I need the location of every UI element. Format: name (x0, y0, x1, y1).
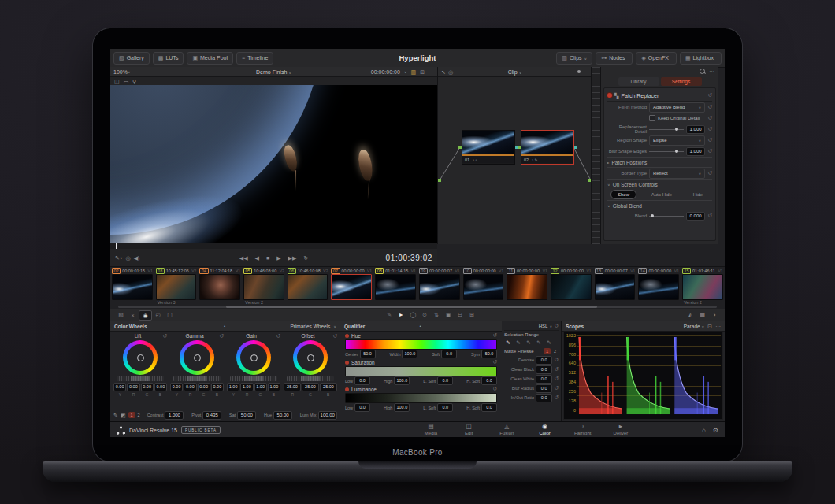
palette-tool-icon[interactable]: ▣ (443, 312, 455, 318)
reset-icon[interactable]: ↺ (707, 170, 712, 176)
reset-icon[interactable]: ↺ (554, 385, 559, 391)
osc-option-button[interactable]: Show (610, 190, 636, 199)
wheel-value-box[interactable]: 0.00 (198, 383, 210, 391)
step-back-button[interactable]: ◀ (255, 255, 259, 261)
wheel-value-box[interactable]: 0.00 (113, 383, 126, 391)
timeline-clip[interactable]: 03 10:45:12:06 V2 Version 3 (154, 267, 199, 309)
timeline-clip[interactable]: 12 00:00:00:00 V1 (549, 267, 593, 309)
palette-tool-icon[interactable]: ▢ (164, 312, 176, 318)
keep-detail-checkbox[interactable] (649, 115, 655, 121)
field-value[interactable]: 100.0 (402, 350, 418, 358)
palette-tool-icon[interactable]: ◯ (407, 312, 419, 318)
wheel-crosshair[interactable] (307, 354, 314, 361)
reset-icon[interactable]: ↺ (554, 323, 559, 329)
eyedropper-icon[interactable]: ✎ (545, 339, 553, 346)
wheel-crosshair[interactable] (137, 354, 144, 361)
field-value[interactable]: 0.0 (354, 376, 370, 385)
page-tab[interactable]: ◬ Fusion (489, 424, 524, 436)
panel-toggle-button[interactable]: ◈ OpenFX (636, 52, 676, 65)
reset-icon[interactable]: ↺ (707, 213, 712, 219)
reset-icon[interactable]: ↺ (492, 332, 497, 339)
eyedropper-icon[interactable]: ✎ (535, 339, 543, 346)
finesse-value[interactable]: 0.0 (536, 394, 552, 402)
clip-thumbnail[interactable] (112, 274, 153, 300)
project-home-icon[interactable]: ⌂ (702, 427, 706, 434)
finesse-value[interactable]: 0.0 (536, 375, 552, 384)
workspace-button[interactable]: ▣ Media Pool (187, 52, 233, 65)
master-wheel-slider[interactable] (117, 376, 164, 381)
field-value[interactable]: 0.0 (441, 350, 457, 358)
palette-tool-icon[interactable]: ▧ (115, 312, 127, 318)
osc-option-button[interactable]: Hide (687, 191, 709, 198)
wheel-crosshair[interactable] (194, 354, 201, 361)
scope-expand-icon[interactable]: ⊡ (707, 324, 712, 329)
inspector-options-icon[interactable]: ⋯ (709, 69, 714, 74)
blur-edges-value[interactable]: 1.000 (686, 147, 705, 156)
workspace-button[interactable]: ▩ LUTs (153, 52, 184, 65)
blend-slider[interactable] (649, 216, 684, 217)
clip-thumbnail[interactable] (156, 274, 197, 300)
reset-icon[interactable]: ↺ (707, 115, 712, 121)
auto-grade-icon[interactable]: ✎ (113, 413, 118, 418)
eyedropper-icon[interactable]: ✎ (504, 339, 512, 346)
palette-tool-icon[interactable]: ◴ (152, 312, 164, 318)
reset-icon[interactable]: ↺ (554, 366, 559, 372)
onscreen-control-icon[interactable]: ◫ (114, 79, 120, 84)
reset-icon[interactable]: ↺ (492, 359, 497, 365)
loop-button[interactable]: ↻ (303, 255, 308, 261)
wheel-value-box[interactable]: 25.00 (320, 383, 337, 391)
scope-options-icon[interactable]: ⋯ (715, 324, 721, 329)
timeline-clip[interactable]: 08 01:01:14:15 V1 (373, 267, 418, 309)
corrector-node[interactable]: 01 ◔ ▫ (462, 130, 515, 165)
scope-mode-dropdown[interactable]: Parade ∨ (684, 324, 704, 329)
border-type-dropdown[interactable]: Reflect∨ (649, 169, 705, 179)
clip-thumbnail[interactable] (595, 274, 636, 300)
palette-tool-icon[interactable]: ✎ (384, 312, 395, 318)
qualifier-gradient-bar[interactable] (345, 366, 497, 376)
clip-thumbnail[interactable] (288, 274, 328, 300)
chevron-down-icon[interactable]: ∨ (404, 70, 407, 74)
field-value[interactable]: 0.0 (437, 376, 453, 385)
palette-tool-icon[interactable]: ◉ (139, 310, 152, 321)
finesse-page-button[interactable]: 1 (544, 348, 551, 354)
reset-icon[interactable]: ↺ (554, 357, 559, 363)
viewer-image[interactable] (110, 85, 437, 243)
color-wheel-ring[interactable] (293, 340, 328, 375)
wheel-page-button[interactable]: 1 (128, 412, 135, 418)
reset-icon[interactable]: ↺ (276, 333, 280, 339)
clip-thumbnail[interactable] (507, 274, 547, 300)
workspace-button[interactable]: ▧ Gallery (113, 52, 150, 65)
palette-tool-icon[interactable]: ⇅ (431, 312, 443, 318)
workspace-button[interactable]: ≡ Timeline (236, 52, 273, 65)
timeline-clip[interactable]: 04 11:12:04:18 V1 (198, 267, 242, 309)
field-value[interactable]: 0.0 (354, 403, 370, 412)
timeline-clip[interactable]: 06 10:46:10:08 V2 (286, 267, 330, 309)
annotate-icon[interactable]: ⚲ (132, 79, 136, 84)
clip-thumbnail[interactable] (419, 274, 460, 300)
global-blend-section[interactable]: ∨ Global Blend (607, 200, 712, 210)
reset-icon[interactable]: ↺ (707, 126, 712, 132)
field-value[interactable]: 0.0 (437, 403, 453, 412)
wheel-value-box[interactable]: 0.00 (184, 383, 196, 391)
adjust-value[interactable]: 100.00 (318, 411, 337, 420)
timeline-clip[interactable]: 10 00:00:00:00 V1 (462, 267, 506, 309)
field-value[interactable]: 100.0 (394, 403, 410, 412)
onscreen-controls-section[interactable]: ∨ On Screen Controls (607, 179, 712, 189)
page-tab[interactable]: ◉ Color (528, 424, 562, 436)
wheel-value-box[interactable]: 1.00 (240, 383, 253, 391)
corrector-node[interactable]: 02 ◔ ✎ (521, 130, 574, 165)
palette-tool-icon[interactable]: ⊙ (419, 312, 431, 318)
patch-positions-section[interactable]: ▸ Patch Positions (607, 157, 712, 167)
palette-tool-icon[interactable]: ◭ (685, 312, 696, 318)
reset-icon[interactable]: ↺ (219, 333, 224, 339)
eyedropper-icon[interactable]: ✎ (525, 339, 533, 346)
reset-icon[interactable]: ↺ (554, 376, 559, 382)
page-tab[interactable]: ♪ Fairlight (566, 424, 600, 436)
osc-option-button[interactable]: Auto Hide (645, 191, 678, 198)
wheel-value-box[interactable]: 1.00 (268, 383, 280, 391)
master-wheel-slider[interactable] (230, 376, 277, 381)
field-value[interactable]: 100.0 (394, 376, 410, 385)
search-icon[interactable] (700, 69, 705, 74)
wheel-value-box[interactable]: 0.00 (127, 383, 139, 391)
first-frame-button[interactable]: ◀◀ (239, 255, 248, 261)
